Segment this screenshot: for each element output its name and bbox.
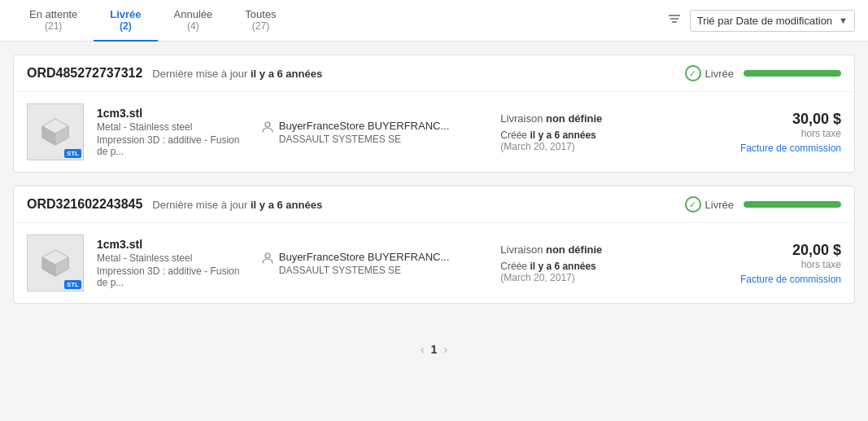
status-badge-2: ✓ Livrée (685, 196, 734, 213)
order-status-area-2: ✓ Livrée (685, 196, 841, 213)
delivery-created-2: Créée il y a 6 années (500, 261, 727, 272)
price-amount-1: 30,00 $ (740, 111, 841, 128)
buyer-name-2: BuyerFranceStore BUYERFRANC... (279, 251, 450, 263)
tab-annulee-count: (4) (187, 20, 199, 32)
pagination: ‹ 1 › (0, 330, 868, 369)
item-buyer-1: BuyerFranceStore BUYERFRANC... DASSAULT … (261, 120, 488, 145)
filter-icon[interactable] (667, 11, 682, 29)
status-check-icon-1: ✓ (685, 65, 701, 81)
cube-icon-2 (39, 247, 72, 279)
order-date-1: Dernière mise à jour il y a 6 années (152, 68, 322, 80)
item-name-1: 1cm3.stl (97, 107, 248, 120)
cube-icon-1 (39, 116, 72, 148)
stl-badge-2: STL (64, 280, 81, 289)
sort-label: Trié par Date de modification (697, 15, 832, 27)
commission-link-2[interactable]: Facture de commission (740, 274, 841, 285)
item-delivery-1: Livraison non définie Créée il y a 6 ann… (500, 112, 727, 152)
item-meta1-1: Metal - Stainless steel (97, 121, 248, 133)
tab-en-attente-label: En attente (29, 8, 77, 20)
tab-toutes-count: (27) (252, 20, 269, 32)
order-card-2: ORD321602243845 Dernière mise à jour il … (13, 186, 855, 304)
buyer-company-1: DASSAULT SYSTEMES SE (279, 134, 450, 145)
buyer-icon-2 (261, 252, 274, 267)
delivery-created-1: Créée il y a 6 années (500, 129, 727, 141)
status-check-icon-2: ✓ (685, 196, 701, 213)
item-info-1: 1cm3.stl Metal - Stainless steel Impress… (97, 107, 248, 157)
order-id-2: ORD321602243845 (27, 197, 142, 212)
tab-en-attente[interactable]: En attente (21) (13, 0, 94, 42)
tab-toutes-label: Toutes (245, 8, 276, 20)
order-status-area-1: ✓ Livrée (685, 65, 841, 81)
orders-content: ORD485272737312 Dernière mise à jour il … (0, 42, 868, 330)
item-thumbnail-2: STL (27, 235, 84, 292)
progress-bar-1 (744, 70, 841, 77)
item-thumbnail-1: STL (27, 103, 84, 160)
tab-toutes[interactable]: Toutes (27) (229, 0, 292, 42)
svg-point-7 (265, 122, 270, 127)
buyer-name-1: BuyerFranceStore BUYERFRANC... (279, 120, 450, 132)
next-page-button[interactable]: › (443, 343, 447, 356)
progress-fill-1 (744, 70, 841, 77)
price-tax-2: hors taxe (740, 259, 841, 270)
item-price-2: 20,00 $ hors taxe Facture de commission (740, 242, 841, 285)
tab-livree[interactable]: Livrée (2) (94, 0, 157, 42)
progress-fill-2 (744, 201, 841, 208)
price-tax-1: hors taxe (740, 128, 841, 139)
order-header-2: ORD321602243845 Dernière mise à jour il … (14, 186, 854, 223)
tab-annulee-label: Annulée (174, 8, 213, 20)
sort-dropdown[interactable]: Trié par Date de modification ▼ (690, 10, 855, 32)
status-badge-1: ✓ Livrée (685, 65, 734, 81)
progress-bar-2 (744, 201, 841, 208)
item-delivery-2: Livraison non définie Créée il y a 6 ann… (500, 243, 727, 283)
buyer-company-2: DASSAULT SYSTEMES SE (279, 265, 450, 276)
buyer-info-1: BuyerFranceStore BUYERFRANC... DASSAULT … (279, 120, 450, 145)
item-name-2: 1cm3.stl (97, 238, 248, 251)
order-item-1: STL 1cm3.stl Metal - Stainless steel Imp… (14, 92, 854, 172)
order-header-1: ORD485272737312 Dernière mise à jour il … (14, 55, 854, 92)
delivery-label-2: Livraison non définie (500, 243, 727, 256)
price-amount-2: 20,00 $ (740, 242, 841, 259)
tabs-bar: En attente (21) Livrée (2) Annulée (4) T… (0, 0, 868, 42)
delivery-date-2: (March 20, 2017) (500, 272, 727, 283)
status-label-1: Livrée (705, 68, 734, 80)
item-info-2: 1cm3.stl Metal - Stainless steel Impress… (97, 238, 248, 288)
item-meta1-2: Metal - Stainless steel (97, 252, 248, 264)
item-price-1: 30,00 $ hors taxe Facture de commission (740, 111, 841, 154)
order-card-1: ORD485272737312 Dernière mise à jour il … (13, 55, 855, 173)
delivery-label-1: Livraison non définie (500, 112, 727, 125)
tab-annulee[interactable]: Annulée (4) (158, 0, 229, 42)
order-date-2: Dernière mise à jour il y a 6 années (152, 199, 322, 211)
prev-page-button[interactable]: ‹ (421, 343, 425, 356)
current-page: 1 (431, 343, 438, 356)
tab-livree-count: (2) (120, 20, 132, 32)
buyer-info-2: BuyerFranceStore BUYERFRANC... DASSAULT … (279, 251, 450, 276)
item-buyer-2: BuyerFranceStore BUYERFRANC... DASSAULT … (261, 251, 488, 276)
delivery-date-1: (March 20, 2017) (500, 141, 727, 152)
svg-point-13 (265, 253, 270, 258)
order-id-1: ORD485272737312 (27, 66, 142, 81)
tab-livree-label: Livrée (110, 8, 141, 20)
status-label-2: Livrée (705, 199, 734, 211)
tabs-right-controls: Trié par Date de modification ▼ (667, 10, 855, 32)
tab-en-attente-count: (21) (45, 20, 62, 32)
stl-badge-1: STL (64, 149, 81, 158)
sort-arrow-icon: ▼ (839, 15, 848, 25)
commission-link-1[interactable]: Facture de commission (740, 143, 841, 154)
item-meta2-1: Impression 3D : additive - Fusion de p..… (97, 134, 248, 157)
item-meta2-2: Impression 3D : additive - Fusion de p..… (97, 265, 248, 288)
buyer-icon-1 (261, 121, 274, 136)
order-item-2: STL 1cm3.stl Metal - Stainless steel Imp… (14, 223, 854, 303)
